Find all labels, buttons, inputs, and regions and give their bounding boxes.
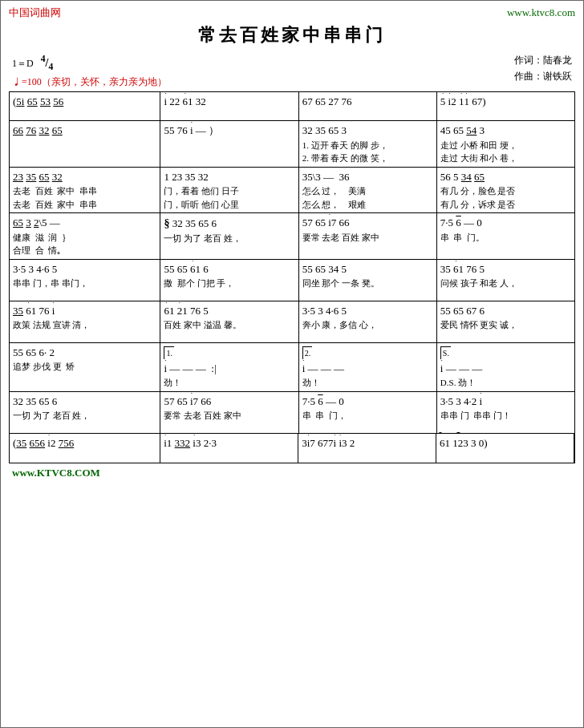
key-timesig: 1＝D 4/4 [12, 52, 167, 75]
score-row-intro: (5i 65 53 56 i 22 61 32 67 65 27 76 5 i2… [10, 92, 574, 121]
lyricist-label: 作曲：谢铁跃 [514, 68, 572, 84]
score-row-2: 66 76 32 65 55 76 i — ） 32 35 65 3 1. 迈开… [10, 121, 574, 168]
cell-r4c3: 57 65 i7 66 要常 去老 百姓 家中 [299, 213, 437, 259]
lyrics-r7c4: D.S. 劲！ [440, 376, 571, 390]
cell-r5c2: 55 65 61 6 撒 那个 门把 手， [160, 260, 298, 301]
lyrics-r8c1: 一切 为了 老百 姓， [13, 409, 156, 423]
lyrics-r7c1: 追梦 步伐 更 矫 [13, 360, 156, 374]
notes-r5c2: 55 65 61 6 [164, 261, 294, 277]
cell-r9c1: (35 656 i2 756 [10, 434, 160, 463]
cell-r2c3: 32 35 65 3 1. 迈开 春天 的脚 步， 2. 带着 春天 的微 笑， [299, 121, 437, 167]
lyrics-r2c3: 1. 迈开 春天 的脚 步， 2. 带着 春天 的微 笑， [302, 139, 433, 165]
score-area: (5i 65 53 56 i 22 61 32 67 65 27 76 5 i2… [9, 91, 575, 463]
site-right: www.ktvc8.com [507, 6, 575, 19]
cell-r1c4: 5 i2 11 67) [437, 92, 574, 120]
cell-r7c1: 55 65 6· 2 追梦 步伐 更 矫 [10, 343, 160, 391]
cell-r9c3: 3i7 677i i3 2 [298, 434, 436, 463]
lyrics-r4c3: 要常 去老 百姓 家中 [302, 231, 433, 245]
notes-r9c4: 61 123 3 0) [440, 435, 570, 451]
cell-r5c1: 3·5 3 4·6 5 串串 门，串 串门， [10, 260, 160, 301]
cell-r1c2: i 22 61 32 [160, 92, 298, 120]
cell-r9c2: i1 332 i3 2·3 [160, 434, 298, 463]
lyrics-r5c1: 串串 门，串 串门， [13, 277, 156, 290]
cell-r4c4: 7·5 6 — 0 串 串 门。 [437, 213, 574, 259]
meta-left: 1＝D 4/4 ♩=100（亲切，关怀，亲力亲为地） [12, 52, 167, 90]
cell-r3c1: 23 35 65 32 去老 百姓 家中 串串 去老 百姓 家中 串串 [10, 168, 160, 213]
cell-r8c3: 7·5 6 — 0 串 串 门， [299, 392, 437, 433]
notes-r3c3: 35\3 — 36 [302, 169, 433, 185]
cell-r4c2: § 32 35 65 6 一切 为了 老百 姓， [160, 213, 298, 259]
notes-r6c2: 61 21 76 5 [164, 303, 294, 319]
cell-r6c3: 3·5 3 4·6 5 奔小 康，多信 心， [299, 301, 437, 342]
notes-r3c1: 23 35 65 32 [13, 169, 156, 185]
score-row-outro: (35 656 i2 756 i1 332 i3 2·3 3i7 677i i3… [10, 434, 574, 463]
site-left: 中国词曲网 [9, 6, 61, 20]
notes-r8c2: 57 65 i7 66 [164, 394, 294, 410]
notes-r8c4: 3·5 3 4·2 i [440, 394, 571, 410]
lyrics-r8c3: 串 串 门， [302, 409, 433, 423]
bottom-watermark: www.KTVC8.COM [12, 467, 100, 479]
notes-r7c3: i — — — [302, 361, 433, 377]
notes-r1c2: i 22 61 32 [164, 94, 294, 110]
lyrics-r6c2: 百姓 家中 溢温 馨。 [164, 318, 294, 332]
notes-r7c1: 55 65 6· 2 [13, 345, 156, 361]
notes-r6c1: 35 61 76 i [13, 303, 156, 319]
cell-r4c1: 65 3 2\5 — 健康 滋 润 ｝ 合理 合 情｡ [10, 213, 160, 259]
lyrics-r5c2: 撒 那个 门把 手， [164, 277, 294, 290]
score-row-7: 55 65 6· 2 追梦 步伐 更 矫 1. i — — — :| 劲！ 2.… [10, 343, 574, 392]
notes-r7c4: i — — — [440, 361, 571, 377]
tempo-line: ♩=100（亲切，关怀，亲力亲为地） [12, 75, 167, 90]
meta-right: 作词：陆春龙 作曲：谢铁跃 [514, 52, 572, 85]
notes-r6c3: 3·5 3 4·6 5 [302, 303, 433, 319]
notes-r9c3: 3i7 677i i3 2 [302, 435, 432, 451]
notes-r2c2: 55 76 i — ） [164, 123, 294, 139]
notes-r1c3: 67 65 27 76 [302, 94, 433, 110]
lyrics-r5c3: 同坐 那个 一条 凳。 [302, 277, 433, 290]
lyrics-r6c1: 政策 法规 宣讲 清， [13, 318, 156, 332]
meta-row: 1＝D 4/4 ♩=100（亲切，关怀，亲力亲为地） 作词：陆春龙 作曲：谢铁跃 [9, 52, 575, 90]
lyrics-r7c3: 劲！ [302, 376, 433, 390]
cell-r9c4: 61 123 3 0) [436, 434, 574, 463]
cell-r6c4: 55 65 67 6 爱民 情怀 更实 诚， [437, 301, 574, 342]
notes-r4c1: 65 3 2\5 — [13, 215, 156, 231]
lyrics-r6c3: 奔小 康，多信 心， [302, 318, 433, 332]
top-bar: 中国词曲网 www.ktvc8.com [9, 6, 575, 20]
notes-r3c4: 56 5 34 65 [440, 169, 571, 185]
cell-r2c2: 55 76 i — ） [160, 121, 298, 167]
cell-r7c4: S. i — — — D.S. 劲！ [437, 343, 574, 391]
notes-r2c3: 32 35 65 3 [302, 123, 433, 139]
cell-r8c2: 57 65 i7 66 要常 去老 百姓 家中 [160, 392, 298, 433]
lyrics-r3c4: 有几 分，脸色 是否 有几 分，诉求 是否 [440, 184, 571, 211]
cell-r2c1: 66 76 32 65 [10, 121, 160, 167]
notes-r5c4: 35 61 76 5 [440, 261, 571, 277]
lyrics-r5c4: 问候 孩子 和老 人， [440, 277, 571, 290]
lyrics-r3c2: 门，看着 他们 日子 门，听听 他们 心里 [164, 184, 294, 211]
lyrics-r6c4: 爱民 情怀 更实 诚， [440, 318, 571, 332]
notes-r2c4: 45 65 54 3 [440, 123, 571, 139]
time-sig: 4/4 [41, 57, 54, 69]
cell-r6c2: 61 21 76 5 百姓 家中 溢温 馨。 [160, 301, 298, 342]
notes-r8c3: 7·5 6 — 0 [302, 394, 433, 410]
cell-r1c1: (5i 65 53 56 [10, 92, 160, 120]
cell-r7c3: 2. i — — — 劲！ [299, 343, 437, 391]
key-label: 1＝D [12, 58, 34, 69]
time-num: 4 [41, 54, 46, 64]
lyrics-r8c2: 要常 去老 百姓 家中 [164, 409, 294, 423]
cell-r3c2: 1 23 35 32 门，看着 他们 日子 门，听听 他们 心里 [160, 168, 298, 213]
notes-r4c3: 57 65 i7 66 [302, 215, 433, 231]
segno-sign: § [164, 217, 169, 229]
cell-r8c4: 3·5 3 4·2 i 串串 门 串串 门！ [437, 392, 574, 433]
lyrics-r7c2: 劲！ [164, 376, 294, 390]
cell-r5c4: 35 61 76 5 问候 孩子 和老 人， [437, 260, 574, 301]
cell-r6c1: 35 61 76 i 政策 法规 宣讲 清， [10, 301, 160, 342]
cell-r5c3: 55 65 34 5 同坐 那个 一条 凳。 [299, 260, 437, 301]
notes-r3c2: 1 23 35 32 [164, 169, 294, 185]
notes-r1c4: 5 i2 11 67) [440, 94, 571, 110]
lyrics-r3c1: 去老 百姓 家中 串串 去老 百姓 家中 串串 [13, 184, 156, 211]
lyrics-r8c4: 串串 门 串串 门！ [440, 409, 571, 423]
notes-r5c3: 55 65 34 5 [302, 261, 433, 277]
lyrics-r3c3: 怎么 过， 美满 怎么 想， 艰难 [302, 184, 433, 211]
score-row-4: 65 3 2\5 — 健康 滋 润 ｝ 合理 合 情｡ § 32 35 65 6… [10, 213, 574, 260]
score-row-6: 35 61 76 i 政策 法规 宣讲 清， 61 21 76 5 百姓 家中 … [10, 301, 574, 343]
notes-r2c1: 66 76 32 65 [13, 123, 156, 139]
